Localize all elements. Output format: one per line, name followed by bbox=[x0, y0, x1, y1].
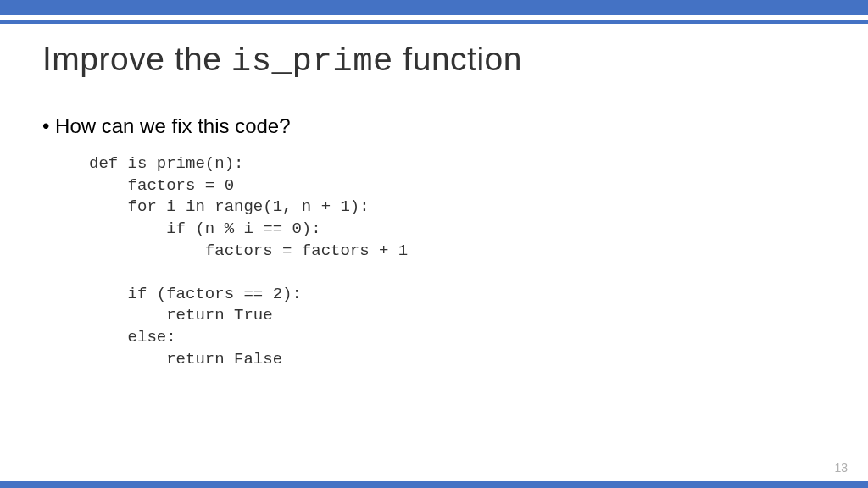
code-block: def is_prime(n): factors = 0 for i in ra… bbox=[42, 153, 826, 370]
title-prefix: Improve the bbox=[42, 41, 231, 77]
top-accent-bar-thick bbox=[0, 0, 868, 15]
slide-content: Improve the is_prime function How can we… bbox=[42, 41, 826, 370]
title-code: is_prime bbox=[231, 43, 393, 80]
page-number: 13 bbox=[834, 461, 848, 474]
title-suffix: function bbox=[393, 41, 522, 77]
top-accent-bar-thin bbox=[0, 20, 868, 24]
bullet-text: How can we fix this code? bbox=[42, 114, 826, 138]
slide-title: Improve the is_prime function bbox=[42, 41, 826, 80]
bottom-accent-bar bbox=[0, 481, 868, 488]
